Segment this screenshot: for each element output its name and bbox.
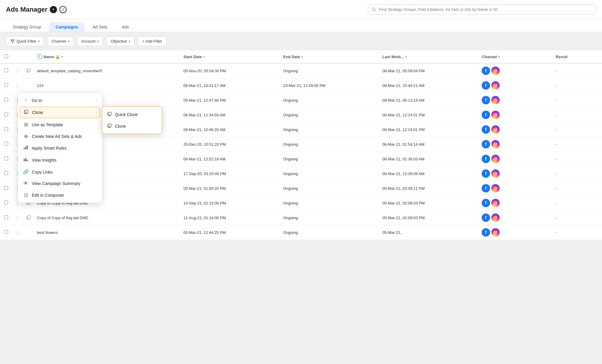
- apply-smart-rules-label: Apply Smart Rules: [32, 146, 67, 151]
- svg-point-8: [495, 85, 496, 86]
- context-menu-copy-links[interactable]: 🔗 Copy Links: [18, 166, 102, 178]
- search-input-wrap: [368, 4, 596, 15]
- row-channel: f: [479, 166, 553, 181]
- channel-icons: f: [482, 199, 550, 207]
- row-checkbox[interactable]: [4, 98, 8, 102]
- row-checkbox[interactable]: [4, 186, 8, 190]
- row-result: -: [553, 196, 602, 210]
- svg-point-20: [495, 144, 496, 145]
- instagram-icon: [491, 125, 500, 134]
- objective-filter-label: Objective: [111, 39, 127, 43]
- add-filter-button[interactable]: + Add Filter: [138, 36, 167, 46]
- row-checkbox-cell: [0, 93, 12, 108]
- row-result: -: [553, 108, 602, 122]
- quick-filter-button[interactable]: Quick Filter ▾: [6, 36, 44, 46]
- account-filter-button[interactable]: Account ▾: [77, 36, 103, 46]
- row-dots-cell: ⋮: [12, 63, 23, 78]
- context-menu[interactable]: ↑ Go to › Clone › ⊞ Use as Template ⊕: [18, 93, 102, 203]
- svg-rect-45: [25, 110, 28, 113]
- row-copy-icon[interactable]: [26, 69, 31, 74]
- row-checkbox[interactable]: [4, 68, 8, 72]
- quick-clone-icon: [107, 112, 112, 117]
- context-menu-go-to[interactable]: ↑ Go to ›: [18, 95, 102, 106]
- row-dots-icon[interactable]: ⋮: [15, 215, 20, 220]
- search-input[interactable]: [368, 4, 596, 15]
- row-checkbox[interactable]: [4, 83, 8, 87]
- row-result: -: [553, 63, 602, 78]
- submenu-clone[interactable]: Clone: [102, 120, 162, 132]
- row-last-modified: 05-Mar-21, 03:09:11 PM: [379, 181, 479, 196]
- row-dots-icon[interactable]: ⋮: [15, 68, 20, 73]
- facebook-icon: f: [482, 213, 490, 222]
- svg-rect-48: [27, 145, 28, 149]
- row-checkbox[interactable]: [4, 230, 8, 234]
- tab-ads[interactable]: Ads: [115, 22, 135, 32]
- table-row: ⋮ default_template_catalog_november5 05-…: [0, 63, 602, 78]
- context-menu-apply-smart-rules[interactable]: Apply Smart Rules: [18, 142, 102, 154]
- row-result: -: [553, 166, 602, 181]
- row-checkbox-cell: [0, 63, 12, 78]
- row-last-modified: 08-Mar-21, 05:09:04 PM: [379, 63, 479, 78]
- row-copy-icon-cell: [23, 63, 34, 78]
- row-checkbox[interactable]: [4, 201, 8, 204]
- row-dots-icon[interactable]: ⋮: [15, 83, 20, 88]
- row-checkbox[interactable]: [4, 127, 8, 131]
- row-dots-cell: ⋮: [12, 225, 23, 240]
- name-sort-icon[interactable]: ▾: [61, 55, 63, 58]
- row-copy-icon[interactable]: [26, 216, 31, 221]
- row-last-modified: 05-Mar-21, 02:09:03 PM: [379, 196, 479, 210]
- row-checkbox[interactable]: [4, 171, 8, 175]
- name-column-header: Name: [44, 55, 54, 59]
- row-checkbox[interactable]: [4, 112, 8, 116]
- start-date-sort-icon[interactable]: ▾: [203, 55, 205, 58]
- column-info-icon[interactable]: i: [37, 54, 42, 59]
- row-channel: f: [479, 225, 553, 240]
- svg-point-39: [495, 217, 496, 219]
- svg-point-29: [495, 188, 496, 189]
- svg-rect-50: [25, 158, 26, 161]
- context-menu-clone[interactable]: Clone ›: [20, 107, 100, 118]
- last-modified-sort-icon[interactable]: ▾: [405, 55, 407, 58]
- row-checkbox[interactable]: [4, 215, 8, 219]
- row-end-date: 23-Mar-21, 11:59:00 PM: [280, 78, 379, 93]
- row-start-date: 20-Dec-20, 10:51:20 PM: [180, 137, 280, 152]
- tab-ad-sets[interactable]: Ad Sets: [86, 22, 114, 32]
- instagram-icon: [491, 140, 500, 148]
- row-dots-cell: ⋮: [12, 210, 23, 225]
- channel-filter-button[interactable]: Channel ▾: [47, 36, 74, 46]
- context-menu-use-as-template[interactable]: ⊞ Use as Template: [18, 119, 102, 130]
- facebook-icon: f: [482, 228, 490, 237]
- row-checkbox[interactable]: [4, 142, 8, 146]
- row-checkbox[interactable]: [4, 157, 8, 160]
- context-menu-view-insights[interactable]: View Insights: [18, 154, 102, 166]
- svg-point-30: [496, 187, 496, 187]
- title-dropdown-button[interactable]: ▾: [50, 6, 57, 13]
- select-all-checkbox[interactable]: [4, 54, 8, 58]
- svg-rect-37: [28, 216, 30, 219]
- context-menu-edit-in-composer[interactable]: ⊡ Edit in Composer: [18, 189, 102, 201]
- instagram-icon: [491, 67, 500, 75]
- row-result: -: [553, 122, 602, 137]
- submenu-quick-clone[interactable]: Quick Clone: [102, 109, 162, 120]
- context-menu-create-new-ad-sets[interactable]: ⊕ Create New Ad Sets & Ads: [18, 130, 102, 142]
- row-checkbox-cell: [0, 152, 12, 166]
- row-start-date: 17-Sep-20, 03:20:46 PM: [180, 166, 280, 181]
- facebook-icon: f: [482, 169, 490, 178]
- end-date-sort-icon[interactable]: ▾: [301, 55, 303, 58]
- info-icon[interactable]: i: [59, 6, 67, 13]
- row-result: -: [553, 137, 602, 152]
- instagram-icon: [491, 81, 500, 90]
- tab-campaigns[interactable]: Campaigns: [49, 22, 85, 32]
- channel-sort-icon[interactable]: ▾: [498, 55, 500, 58]
- row-dots-cell: ⋮: [12, 78, 23, 93]
- svg-point-12: [496, 99, 496, 99]
- tab-strategy-group[interactable]: Strategy Group: [6, 22, 48, 32]
- objective-filter-button[interactable]: Objective ▾: [106, 36, 135, 46]
- row-end-date: Ongoing: [280, 63, 379, 78]
- clone-submenu[interactable]: Quick Clone Clone: [102, 106, 162, 134]
- row-dots-icon[interactable]: ⋮: [15, 230, 20, 235]
- context-menu-view-campaign-summary[interactable]: 👁 View Campaign Summary: [18, 178, 102, 189]
- row-name: default_template_catalog_november5: [34, 63, 180, 78]
- app-header: Ads Manager ▾ i: [0, 0, 602, 19]
- row-start-date: 06-Mar-21, 10:46:20 AM: [180, 122, 280, 137]
